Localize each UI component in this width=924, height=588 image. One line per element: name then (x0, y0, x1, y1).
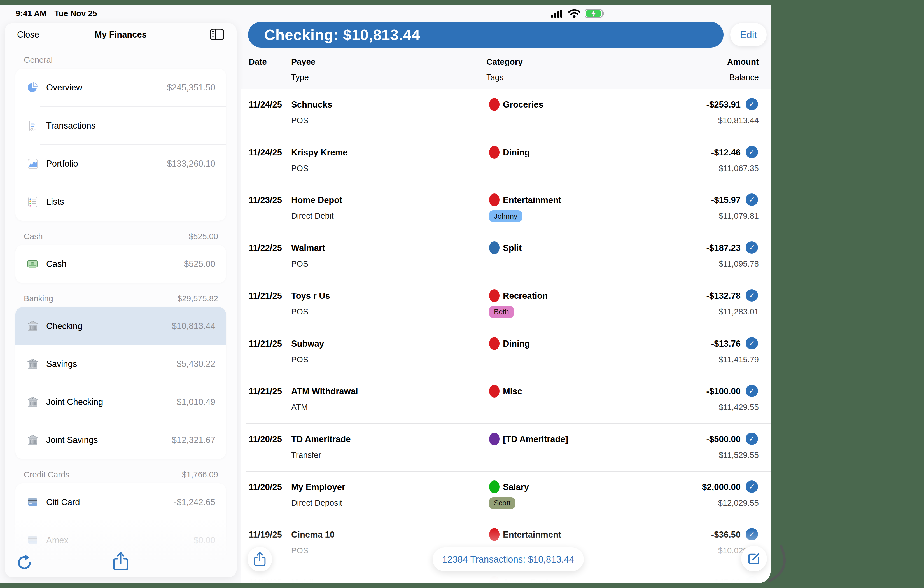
app-window: 9:41 AMTue Nov 25 (0, 5, 771, 583)
transaction-amount: -$100.00 (706, 386, 741, 396)
cleared-check-icon[interactable]: ✓ (746, 146, 758, 158)
cleared-check-icon[interactable]: ✓ (746, 193, 758, 206)
transaction-category: Misc (503, 386, 522, 396)
account-balance: $1,010.49 (177, 397, 215, 407)
transaction-row[interactable]: 11/20/25TD AmeritradeTransfer[TD Ameritr… (246, 424, 771, 472)
transaction-payee: TD Ameritrade (291, 434, 351, 444)
transactions-list: 11/24/25SchnucksPOSGroceries-$253.91✓$10… (246, 5, 771, 583)
transaction-row[interactable]: 11/21/25ATM WithdrawalATMMisc-$100.00✓$1… (246, 376, 771, 424)
category-color-dot (489, 289, 500, 302)
transaction-payee: Subway (291, 339, 324, 349)
transaction-date: 11/21/25 (249, 386, 282, 396)
transaction-tag: Johnny (489, 210, 522, 222)
sidebar-share-icon[interactable] (112, 551, 129, 573)
category-color-dot (489, 576, 500, 583)
account-name: Checking (46, 321, 172, 331)
transaction-row[interactable]: 11/20/25My EmployerDirect DepositSalaryS… (246, 472, 771, 519)
cleared-check-icon[interactable]: ✓ (746, 528, 758, 540)
transaction-category: Recreation (503, 291, 548, 301)
transaction-row[interactable]: 11/22/25WalmartPOSSplit-$187.23✓$11,095.… (246, 233, 771, 280)
transaction-type: POS (291, 307, 308, 316)
credit-card-icon (26, 534, 39, 547)
transaction-category: [TD Ameritrade] (503, 434, 568, 444)
sidebar-item-transactions[interactable]: Transactions (15, 107, 226, 144)
transaction-date: 11/20/25 (249, 482, 282, 492)
transaction-type: POS (291, 116, 308, 125)
transaction-row[interactable]: 11/24/25Krispy KremePOSDining-$12.46✓$11… (246, 137, 771, 185)
transaction-category: Dining (503, 339, 530, 349)
transaction-category: Entertainment (503, 530, 561, 540)
transaction-date: 11/24/25 (249, 100, 282, 110)
transaction-payee: Cinema 10 (291, 530, 335, 540)
transaction-payee: Walmart (291, 243, 325, 253)
lists-icon (26, 196, 39, 208)
sidebar-section-card: Overview$245,351.50TransactionsPortfolio… (15, 69, 226, 221)
sidebar-item-overview[interactable]: Overview$245,351.50 (15, 69, 226, 106)
account-name: Portfolio (46, 159, 167, 169)
category-color-dot (489, 481, 500, 493)
category-color-dot (489, 193, 500, 206)
sidebar-item-portfolio[interactable]: Portfolio$133,260.10 (15, 145, 226, 183)
transaction-category: Entertainment (503, 195, 561, 205)
pie-chart-icon (26, 81, 39, 94)
transaction-date: 11/23/25 (249, 195, 282, 205)
bank-icon (26, 434, 39, 446)
sidebar-item-joint-savings[interactable]: Joint Savings$12,321.67 (15, 421, 226, 459)
account-balance: $245,351.50 (167, 83, 215, 92)
sidebar-item-savings[interactable]: Savings$5,430.22 (15, 345, 226, 383)
category-color-dot (489, 241, 500, 254)
cleared-check-icon[interactable]: ✓ (746, 337, 758, 349)
sidebar-item-joint-checking[interactable]: Joint Checking$1,010.49 (15, 383, 226, 421)
category-color-dot (489, 385, 500, 398)
transaction-payee: Toys r Us (291, 291, 330, 301)
transactions-summary-pill: 12384 Transactions: $10,813.44 (432, 547, 584, 571)
share-button[interactable] (248, 547, 272, 571)
cleared-check-icon[interactable]: ✓ (746, 481, 758, 493)
cleared-check-icon[interactable]: ✓ (746, 98, 758, 110)
account-name: Amex (46, 535, 193, 545)
cleared-check-icon[interactable]: ✓ (746, 289, 758, 302)
transaction-tag: Scott (489, 497, 515, 509)
transaction-row[interactable]: 11/23/25Home DepotDirect DebitEntertainm… (246, 185, 771, 233)
sidebar-item-citi-card[interactable]: Citi Card-$1,242.65 (15, 483, 226, 521)
sidebar-section-label: General (5, 48, 237, 69)
transaction-type: Transfer (291, 451, 321, 460)
transaction-row[interactable]: 11/24/25SchnucksPOSGroceries-$253.91✓$10… (246, 89, 771, 137)
compose-button[interactable] (741, 546, 767, 571)
transaction-category: Dining (503, 147, 530, 158)
transaction-type: ATM (291, 403, 308, 412)
section-title: Cash (24, 232, 43, 241)
sidebar-item-lists[interactable]: Lists (15, 183, 226, 221)
sidebar-item-checking[interactable]: Checking$10,813.44 (15, 307, 226, 345)
status-time: 9:41 AM (16, 9, 46, 18)
sidebar-section-label: Banking$29,575.82 (5, 283, 237, 307)
status-date: Tue Nov 25 (54, 9, 97, 18)
category-color-dot (489, 433, 500, 446)
transaction-payee: ATM Withdrawal (291, 386, 358, 396)
running-balance: $11,067.35 (719, 164, 759, 173)
cleared-check-icon[interactable]: ✓ (746, 241, 758, 254)
refresh-icon[interactable] (16, 552, 34, 573)
transaction-type: Direct Debit (291, 211, 334, 221)
account-balance: $525.00 (184, 259, 215, 269)
account-balance: $10,813.44 (172, 321, 215, 331)
cleared-check-icon[interactable]: ✓ (746, 576, 758, 583)
transactions-summary-text: 12384 Transactions: $10,813.44 (442, 554, 574, 565)
transaction-amount: -$45.00 (711, 578, 741, 583)
transaction-category: Auto - Fuel (503, 578, 548, 583)
transaction-amount: -$12.46 (711, 147, 741, 158)
running-balance: $10,813.44 (718, 116, 759, 125)
transaction-date: 11/21/25 (249, 339, 282, 349)
account-balance: -$1,242.65 (174, 497, 215, 507)
account-name: Joint Savings (46, 435, 172, 445)
sidebar-toggle-icon[interactable] (209, 27, 225, 43)
cleared-check-icon[interactable]: ✓ (746, 385, 758, 397)
category-color-dot (489, 528, 500, 541)
running-balance: $11,529.55 (719, 451, 759, 460)
transaction-row[interactable]: 11/21/25SubwayPOSDining-$13.76✓$11,415.7… (246, 328, 771, 376)
account-name: Overview (46, 83, 167, 92)
sidebar-item-cash[interactable]: Cash$525.00 (15, 245, 226, 283)
transaction-row[interactable]: 11/21/25Toys r UsPOSRecreationBeth-$132.… (246, 280, 771, 328)
transaction-amount: -$253.91 (706, 100, 741, 110)
cleared-check-icon[interactable]: ✓ (746, 433, 758, 445)
